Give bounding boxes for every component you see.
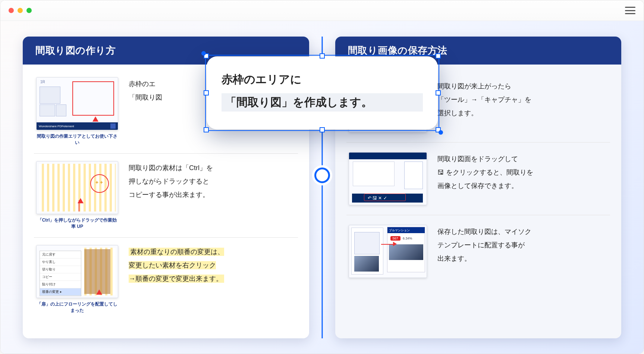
minimize-window-icon[interactable] (18, 8, 23, 13)
thumbnail: プルマンション 567 6.34% (349, 225, 427, 278)
maximize-window-icon[interactable] (26, 8, 32, 13)
callout-line-2: 「間取り図」を作成します。 (222, 93, 423, 112)
window-controls (9, 8, 32, 13)
right-row-2: ↶ 🖫 ✕ ✓ 間取り図面をドラッグして 🖫 をクリックすると、間取りを 画像と… (346, 142, 610, 215)
floorplan-workarea-thumb: 1R Wondershare PDFelement (36, 77, 118, 130)
thumbnail: ↶ 🖫 ✕ ✓ (349, 152, 427, 205)
titlebar (0, 0, 644, 21)
place-in-template-thumb: プルマンション 567 6.34% (349, 225, 427, 278)
property-title: プルマンション (387, 227, 425, 233)
drag-save-thumb: ↶ 🖫 ✕ ✓ (349, 152, 427, 205)
row-description: 素材の重なりの順番の変更は、 変更したい素材を右クリック →順番の変更で変更出来… (129, 245, 224, 285)
row-description: 間取り図が来上がったら 「ツール」→「キャプチャ」を 選択します。 (437, 79, 531, 120)
row-description: 赤枠のエ 「間取り図 (129, 77, 162, 104)
left-row-3: 元に戻すやり直し切り取りコピー貼り付け 順番の変更 ▸ 「扉」の上にフローリング… (34, 238, 298, 321)
thumbnail: 1R Wondershare PDFelement 間取り図の作業エリアとしてお… (36, 77, 118, 146)
selected-callout[interactable]: 赤枠のエリアに 「間取り図」を作成します。 (207, 56, 438, 129)
thumb-caption: 「Ctrl」を押しながらドラッグで作業効率 UP (36, 217, 118, 230)
callout-line-1: 赤枠のエリアに (222, 72, 423, 87)
property-number: 567 (390, 236, 400, 241)
ctrl-drag-thumb: ✦✦ (36, 161, 118, 214)
context-menu: 元に戻すやり直し切り取りコピー貼り付け 順番の変更 ▸ (40, 251, 81, 296)
row-description: 間取り図面をドラッグして 🖫 をクリックすると、間取りを 画像として保存できます… (437, 152, 533, 192)
right-row-3: プルマンション 567 6.34% (346, 215, 610, 288)
product-badge: Wondershare PDFelement (39, 125, 74, 128)
property-pct: 6.34% (403, 236, 412, 240)
selection-bounds (205, 55, 439, 131)
left-row-2: ✦✦ 「Ctrl」を押しながらドラッグで作業効率 UP 間取り図の素材は「Ctr… (34, 154, 298, 238)
page-content: 間取り図の作り方 1R Wondershare PDFelement (0, 21, 644, 354)
layer-order-thumb: 元に戻すやり直し切り取りコピー貼り付け 順番の変更 ▸ (36, 245, 118, 298)
row-description: 保存した間取り図は、マイソク テンプレートに配置する事が 出来ます。 (437, 225, 531, 265)
thumb-caption: 間取り図の作業エリアとしてお使い下さい (36, 133, 118, 146)
thumbnail: ✦✦ 「Ctrl」を押しながらドラッグで作業効率 UP (36, 161, 118, 230)
thumb-caption: 「扉」の上にフローリングを配置してしまった (36, 301, 118, 314)
browser-window: 間取り図の作り方 1R Wondershare PDFelement (0, 0, 644, 354)
menu-icon[interactable] (625, 7, 635, 14)
thumbnail: 元に戻すやり直し切り取りコピー貼り付け 順番の変更 ▸ 「扉」の上にフローリング… (36, 245, 118, 314)
property-card: プルマンション 567 6.34% (387, 227, 425, 272)
label: 1R (40, 80, 45, 84)
center-node-icon (314, 167, 330, 183)
close-window-icon[interactable] (9, 8, 14, 13)
row-description: 間取り図の素材は「Ctrl」を 押しながらドラックすると コピーする事が出来ます… (129, 161, 213, 201)
